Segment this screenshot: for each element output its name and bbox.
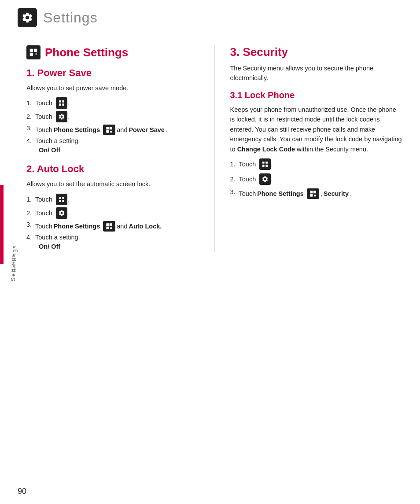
al-step-2-text: Touch bbox=[35, 210, 52, 217]
header-title: Settings bbox=[43, 10, 98, 26]
gear-icon bbox=[21, 11, 33, 24]
auto-lock-heading: 2. Auto Lock bbox=[26, 163, 199, 175]
auto-lock-steps: 1. Touch . 2. Touch bbox=[26, 194, 199, 250]
svg-rect-17 bbox=[107, 227, 109, 229]
phone-settings-title: Phone Settings bbox=[45, 46, 128, 59]
lock-phone-steps: 1. Touch . 2. Touch bbox=[230, 158, 403, 199]
svg-rect-4 bbox=[62, 100, 64, 103]
lp-step-2-text: Touch bbox=[239, 176, 256, 183]
sidebar-bar bbox=[0, 185, 4, 264]
al-step-3-num: 3. bbox=[26, 221, 35, 228]
gear-icon-lp2 bbox=[259, 173, 271, 185]
svg-rect-2 bbox=[30, 53, 33, 56]
grid-svg bbox=[58, 99, 65, 107]
grid-svg-al bbox=[58, 196, 65, 203]
ps-step-3-content: Touch Phone Settings and Power Save. bbox=[35, 125, 168, 135]
lp-step-1-text: Touch bbox=[239, 161, 256, 168]
page-header: Settings bbox=[0, 0, 420, 32]
ps-step-1-num: 1. bbox=[26, 99, 35, 107]
ps-step-4-num: 4. bbox=[26, 137, 35, 144]
al-step-1: 1. Touch . bbox=[26, 194, 199, 205]
page-number: 90 bbox=[18, 487, 26, 496]
ps-step-1-text: Touch bbox=[35, 99, 52, 107]
phone-settings-icon-lp3 bbox=[307, 188, 319, 199]
svg-point-18 bbox=[110, 227, 112, 229]
ps-step-2-num: 2. bbox=[26, 113, 35, 120]
al-step-3: 3. Touch Phone Settings and Auto Lock. bbox=[26, 221, 199, 232]
svg-rect-13 bbox=[59, 200, 61, 202]
ps-step-4: 4. Touch a setting. bbox=[26, 137, 199, 144]
phone-settings-icon-ps3 bbox=[103, 125, 115, 135]
svg-rect-24 bbox=[313, 191, 316, 194]
ps-step-1-period: . bbox=[67, 99, 69, 107]
al-on-off: On/ Off bbox=[39, 243, 199, 250]
svg-rect-16 bbox=[110, 223, 112, 226]
al-step-4: 4. Touch a setting. bbox=[26, 234, 199, 241]
lock-phone-heading: 3.1 Lock Phone bbox=[230, 90, 403, 100]
svg-rect-8 bbox=[110, 127, 112, 130]
right-column: 3. Security The Security menu allows you… bbox=[230, 45, 403, 252]
lp-step-1: 1. Touch . bbox=[230, 158, 403, 170]
lp-step-2-period: . bbox=[271, 176, 273, 183]
svg-rect-11 bbox=[59, 197, 61, 199]
ps-step-4-text: Touch a setting. bbox=[35, 137, 80, 144]
al-step-3-content: Touch Phone Settings and Auto Lock. bbox=[35, 221, 162, 232]
lp-step-3-content: Touch Phone Settings , Security. bbox=[239, 188, 352, 199]
svg-rect-14 bbox=[62, 200, 64, 202]
ps-step-1: 1. Touch . bbox=[26, 97, 199, 109]
grid-icon-lp1 bbox=[259, 158, 271, 170]
left-column: Phone Settings 1. Power Save Allows you … bbox=[26, 45, 199, 252]
ps-step-3-num: 3. bbox=[26, 125, 35, 132]
lp-step-3-security: Security bbox=[324, 190, 349, 197]
lp-step-2: 2. Touch . bbox=[230, 173, 403, 185]
main-content: Phone Settings 1. Power Save Allows you … bbox=[0, 32, 420, 265]
auto-lock-description: Allows you to set the automatic screen l… bbox=[26, 179, 199, 189]
lp-step-1-num: 1. bbox=[230, 161, 239, 168]
ps-step-2: 2. Touch . bbox=[26, 111, 199, 122]
svg-rect-25 bbox=[310, 194, 313, 197]
ps-step-3-bold2: Power Save bbox=[129, 126, 164, 133]
al-step-4-num: 4. bbox=[26, 234, 35, 241]
al-step-4-text: Touch a setting. bbox=[35, 234, 80, 241]
svg-point-26 bbox=[314, 195, 316, 197]
lp-icon-svg bbox=[309, 190, 317, 197]
power-save-description: Allows you to set power save mode. bbox=[26, 83, 199, 93]
svg-point-10 bbox=[110, 131, 112, 133]
power-save-heading: 1. Power Save bbox=[26, 67, 199, 79]
svg-rect-3 bbox=[59, 100, 61, 103]
phone-settings-icon-al3 bbox=[103, 221, 115, 232]
grid-icon-al1 bbox=[56, 194, 67, 205]
svg-rect-15 bbox=[107, 223, 109, 226]
al-step-1-period: . bbox=[67, 196, 69, 203]
grid-svg-lp bbox=[262, 161, 269, 168]
svg-rect-0 bbox=[30, 49, 33, 52]
lp-step-3: 3. Touch Phone Settings , Security. bbox=[230, 188, 403, 199]
svg-rect-19 bbox=[262, 162, 265, 164]
ps-step-3-bold: Phone Settings bbox=[54, 126, 100, 133]
svg-rect-9 bbox=[107, 130, 109, 133]
phone-settings-icon bbox=[26, 45, 41, 59]
al-step-3-bold: Phone Settings bbox=[54, 223, 100, 230]
al-step-1-text: Touch bbox=[35, 196, 52, 203]
svg-rect-5 bbox=[59, 104, 61, 106]
ps-step-2-text: Touch bbox=[35, 113, 52, 120]
gear-svg-al bbox=[58, 210, 65, 217]
svg-rect-21 bbox=[262, 165, 265, 167]
ps-step-2-period: . bbox=[67, 113, 69, 120]
svg-rect-23 bbox=[310, 191, 313, 194]
lp-step-2-num: 2. bbox=[230, 176, 239, 183]
gear-svg bbox=[58, 113, 65, 120]
sidebar-rotated-label: Settings bbox=[11, 232, 18, 285]
al-step-1-num: 1. bbox=[26, 196, 35, 203]
al-step-2-period: . bbox=[67, 210, 69, 217]
lock-phone-description: Keeps your phone from unauthorized use. … bbox=[230, 105, 403, 154]
security-heading: 3. Security bbox=[230, 45, 403, 59]
gear-icon-al2 bbox=[56, 207, 67, 219]
gear-icon-ps2 bbox=[56, 111, 67, 122]
gear-svg-lp bbox=[262, 176, 269, 183]
al-step-2-num: 2. bbox=[26, 210, 35, 217]
phone-settings-svg-icon bbox=[29, 48, 38, 57]
column-divider bbox=[214, 45, 215, 252]
lp-step-1-period: . bbox=[271, 161, 273, 168]
phone-settings-header: Phone Settings bbox=[26, 45, 199, 59]
